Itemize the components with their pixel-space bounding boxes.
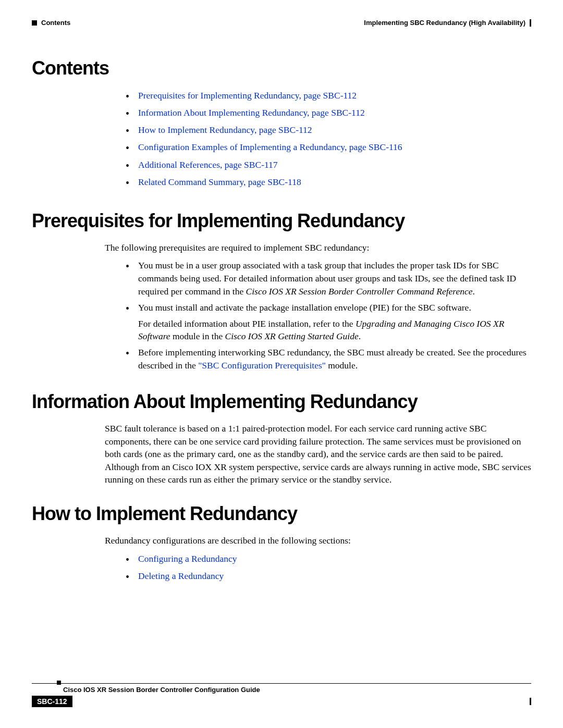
page-footer: Cisco IOS XR Session Border Controller C… xyxy=(32,683,531,707)
vertical-bar-icon xyxy=(530,19,531,27)
howto-list: Configuring a Redundancy Deleting a Redu… xyxy=(32,552,531,583)
contents-link-item: Information About Implementing Redundanc… xyxy=(126,106,531,120)
howto-link[interactable]: Deleting a Redundancy xyxy=(138,571,224,581)
contents-link[interactable]: Additional References, page SBC-117 xyxy=(138,159,278,170)
contents-link[interactable]: Configuration Examples of Implementing a… xyxy=(138,142,402,152)
header-left: Contents xyxy=(32,19,70,27)
header-right: Implementing SBC Redundancy (High Availa… xyxy=(364,19,531,27)
prereq-heading: Prerequisites for Implementing Redundanc… xyxy=(32,210,531,232)
prereq-intro: The following prerequisites are required… xyxy=(32,241,531,254)
text: You must install and activate the packag… xyxy=(138,302,471,313)
text: . xyxy=(359,331,361,341)
contents-link[interactable]: Prerequisites for Implementing Redundanc… xyxy=(138,90,357,101)
sbc-config-link[interactable]: "SBC Configuration Prerequisites" xyxy=(198,360,326,371)
contents-link[interactable]: Information About Implementing Redundanc… xyxy=(138,107,365,118)
page-number-badge: SBC-112 xyxy=(32,696,72,707)
contents-link-item: Related Command Summary, page SBC-118 xyxy=(126,175,531,189)
text: module. xyxy=(326,360,358,371)
header-left-text: Contents xyxy=(41,19,70,27)
prereq-list: You must be in a user group associated w… xyxy=(32,259,531,372)
italic-text: Cisco IOS XR Getting Started Guide xyxy=(225,331,359,341)
howto-intro: Redundancy configurations are described … xyxy=(32,534,531,547)
howto-link[interactable]: Configuring a Redundancy xyxy=(138,553,237,564)
text: . xyxy=(473,286,475,297)
howto-link-item: Deleting a Redundancy xyxy=(126,569,531,583)
info-heading: Information About Implementing Redundanc… xyxy=(32,391,531,413)
contents-link-item: Additional References, page SBC-117 xyxy=(126,158,531,172)
footer-row: SBC-112 xyxy=(32,696,531,707)
contents-link-item: Prerequisites for Implementing Redundanc… xyxy=(126,89,531,103)
text: module in the xyxy=(170,331,225,341)
contents-list: Prerequisites for Implementing Redundanc… xyxy=(32,89,531,189)
prereq-item-2: You must install and activate the packag… xyxy=(126,301,531,343)
howto-heading: How to Implement Redundancy xyxy=(32,503,531,525)
text: For detailed information about PIE insta… xyxy=(138,318,356,329)
sub-paragraph: For detailed information about PIE insta… xyxy=(138,317,531,343)
info-body: SBC fault tolerance is based on a 1:1 pa… xyxy=(32,422,531,486)
prereq-item-1: You must be in a user group associated w… xyxy=(126,259,531,298)
howto-link-item: Configuring a Redundancy xyxy=(126,552,531,566)
page-header: Contents Implementing SBC Redundancy (Hi… xyxy=(32,19,531,27)
contents-heading: Contents xyxy=(32,57,531,79)
vertical-bar-icon xyxy=(530,698,531,705)
italic-text: Cisco IOS XR Session Border Controller C… xyxy=(246,286,473,297)
contents-link[interactable]: Related Command Summary, page SBC-118 xyxy=(138,177,301,187)
prereq-item-3: Before implementing interworking SBC red… xyxy=(126,346,531,372)
footer-guide-title: Cisco IOS XR Session Border Controller C… xyxy=(32,686,531,694)
contents-link[interactable]: How to Implement Redundancy, page SBC-11… xyxy=(138,125,312,135)
header-right-text: Implementing SBC Redundancy (High Availa… xyxy=(364,19,525,27)
contents-link-item: Configuration Examples of Implementing a… xyxy=(126,140,531,154)
square-bullet-icon xyxy=(32,20,37,26)
footer-rule xyxy=(32,683,531,684)
contents-link-item: How to Implement Redundancy, page SBC-11… xyxy=(126,123,531,137)
